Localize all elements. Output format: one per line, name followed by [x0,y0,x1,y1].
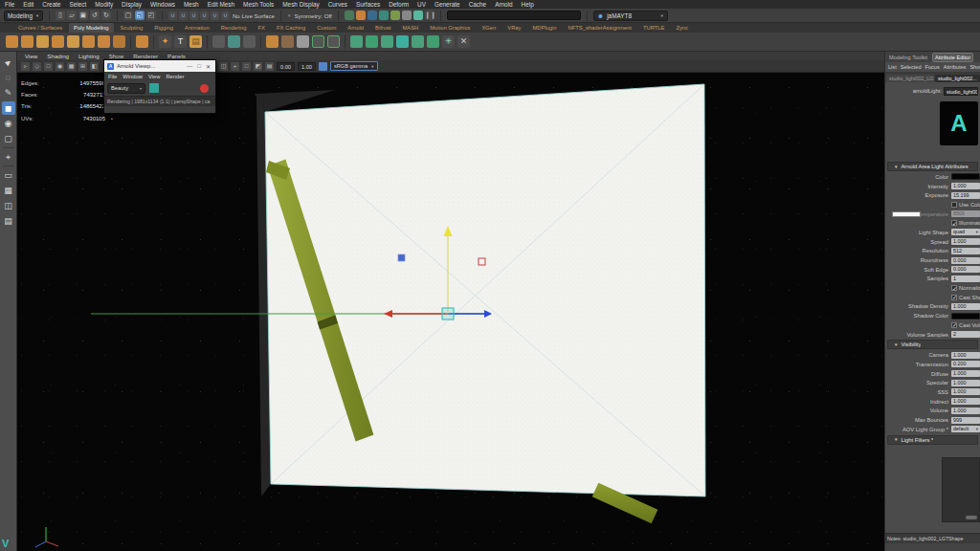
attribute-checkbox[interactable] [951,202,957,208]
shelf-icon[interactable]: T [174,35,187,48]
selection-mode-icon[interactable]: ◰ [146,11,156,20]
attribute-value[interactable]: 0.000 [951,266,980,273]
shelf-tab[interactable]: TURTLE [638,23,669,33]
render-tool-icon[interactable] [345,11,354,20]
shelf-tab[interactable]: VRay [502,23,525,33]
attribute-value[interactable]: 1.000 [951,303,980,310]
exposure-field[interactable]: 0.00 [277,62,295,71]
shelf-icon[interactable] [297,35,309,48]
menu-item[interactable]: Windows [150,0,175,9]
shelf-icon[interactable] [130,35,131,49]
shelf-tab[interactable]: Bifrost [370,23,395,33]
attribute-checkbox[interactable] [951,220,957,226]
tool-icon[interactable]: ◉ [2,117,15,130]
section-header-visibility[interactable]: ▼ Visibility [887,340,978,349]
attribute-checkbox[interactable] [951,322,957,328]
attribute-editor-menu-item[interactable]: Attributes [944,64,967,70]
menu-item[interactable]: UV [417,0,426,9]
shelf-icon[interactable]: ✳ [442,35,455,48]
attribute-value[interactable]: 1.000 [951,408,980,414]
shelf-icon[interactable] [67,35,79,48]
shelf-tab[interactable]: Arnold [343,23,368,33]
menu-item[interactable]: Cache [469,0,486,9]
shelf-icon[interactable] [243,35,256,48]
attribute-value[interactable]: 1.000 [951,370,980,377]
render-tool-icon[interactable] [402,11,412,20]
render-view-menu-item[interactable]: Window [122,74,143,79]
render-tool-icon[interactable] [413,11,423,20]
menu-item[interactable]: Select [70,0,87,9]
shelf-tab[interactable]: FX [254,23,270,33]
render-view-menu-item[interactable]: File [108,74,117,79]
workspace-dropdown[interactable]: Modeling▼ [4,11,43,21]
snap-icon[interactable]: ∪ [200,11,209,20]
attribute-value[interactable]: 0.000 [951,257,980,264]
snapshot-icon[interactable] [149,83,159,93]
account-dropdown[interactable]: ☻ jaMAYT8 ▼ [593,11,668,21]
shelf-icon[interactable] [113,35,125,48]
selection-mode-icon[interactable]: ▢ [123,11,133,20]
tool-icon[interactable]: ▦ [2,184,15,197]
shelf-icon[interactable] [52,35,64,48]
panel-toolbar-icon[interactable]: ◧ [90,62,99,71]
panel-toolbar-icon[interactable]: ◩ [254,62,262,71]
live-surface-label[interactable]: No Live Surface [233,12,275,19]
file-tool-icon[interactable]: ↺ [90,11,100,20]
shelf-tab[interactable]: Custom [312,23,341,33]
file-tool-icon[interactable]: ▱ [67,11,77,20]
shelf-icon[interactable] [260,35,261,49]
node-tab[interactable]: studio_light002_LGT [886,75,934,82]
attribute-value[interactable]: 2 [951,331,980,338]
attribute-value[interactable]: 1.000 [951,388,980,395]
shelf-tab[interactable]: Motion Graphics [425,23,475,33]
attribute-value[interactable]: 1.000 [951,398,980,405]
shelf-icon[interactable]: ✕ [457,35,470,48]
menu-item[interactable]: Surfaces [356,0,380,9]
attribute-value[interactable]: 1.000 [951,380,980,386]
menu-item[interactable]: Modify [95,0,113,9]
attribute-value[interactable]: 1.000 [951,183,980,189]
panel-menu-item[interactable]: View [25,53,37,59]
menu-item[interactable]: Curves [328,0,347,9]
menu-item[interactable]: Mesh Display [282,0,319,9]
file-tool-icon[interactable]: ▯ [56,11,65,20]
panel-toolbar-icon[interactable]: ◫ [219,62,228,71]
panel-toolbar-icon[interactable]: ◇ [33,62,41,71]
tool-icon[interactable]: ◌ [2,71,15,84]
node-tab[interactable]: studio_light002... [935,75,980,82]
menu-item[interactable]: Create [42,0,60,9]
panel-toolbar-icon[interactable]: □ [44,62,53,71]
shelf-icon[interactable] [312,35,324,48]
tool-icon[interactable]: ▤ [2,214,15,228]
attribute-value[interactable]: 0.200 [951,361,980,367]
attribute-value[interactable]: 512 [951,248,980,254]
tool-icon[interactable]: ▭ [2,168,15,182]
shelf-tab[interactable]: Animation [180,23,214,33]
file-tool-icon[interactable]: ↻ [101,11,111,20]
shelf-icon[interactable] [98,35,110,48]
tool-icon[interactable]: ⌖ [2,150,15,164]
menu-item[interactable]: Arnold [495,0,512,9]
toolbar-search-input[interactable] [447,11,581,20]
shelf-icon[interactable] [228,35,240,48]
shelf-tab[interactable]: Rendering [216,23,252,33]
shelf-icon[interactable] [281,35,294,48]
panel-menu-item[interactable]: Renderer [133,53,158,59]
shelf-icon[interactable] [366,35,378,48]
notes-resize-handle[interactable] [966,516,977,519]
shelf-tab[interactable]: XGen [477,23,501,33]
shelf-tab[interactable]: MDPlugin [527,23,561,33]
render-view-menu-item[interactable]: Render [166,74,184,79]
shelf-tab[interactable]: Poly Modeling [69,23,113,33]
shelf-icon[interactable] [327,35,340,48]
panel-toolbar-icon[interactable]: ▦ [67,62,76,71]
shelf-icon[interactable] [207,35,208,49]
node-name-field[interactable]: studio_light002 [944,87,978,96]
attribute-editor-menu-item[interactable]: List [888,64,897,70]
viewport[interactable]: ViewShadingLightingShowRendererPanels ▹◇… [17,52,884,551]
shelf-icon[interactable] [266,35,278,48]
shelf-tab[interactable]: Zync [671,23,693,33]
shelf-icon[interactable]: ▤ [189,35,202,48]
maximize-button[interactable]: □ [197,63,201,69]
gamma-field[interactable]: 1.00 [298,62,316,71]
